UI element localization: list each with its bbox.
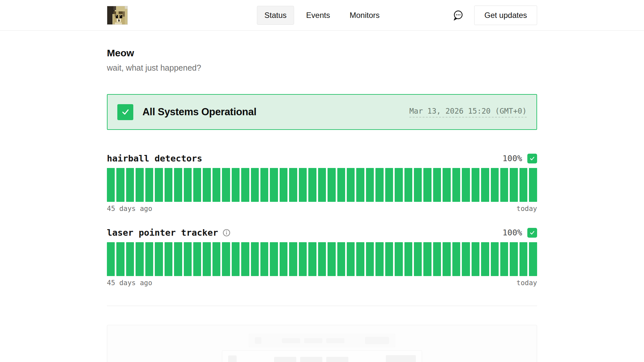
uptime-bar[interactable] [452,242,460,276]
uptime-bar[interactable] [299,242,307,276]
uptime-bar[interactable] [462,168,470,202]
uptime-bar[interactable] [222,168,230,202]
uptime-bar[interactable] [491,242,499,276]
uptime-bar[interactable] [375,242,383,276]
status-timestamp[interactable]: Mar 13, 2026 15:20 (GMT+0) [409,107,527,118]
uptime-bar[interactable] [270,242,278,276]
uptime-bar[interactable] [308,242,316,276]
uptime-bar[interactable] [529,168,537,202]
uptime-bar[interactable] [481,242,489,276]
uptime-bar[interactable] [404,168,412,202]
uptime-bar[interactable] [318,168,326,202]
uptime-bar[interactable] [280,168,287,202]
uptime-bar[interactable] [462,242,470,276]
uptime-bar[interactable] [145,242,153,276]
uptime-bar[interactable] [212,168,220,202]
uptime-bar[interactable] [241,242,249,276]
uptime-bar[interactable] [366,168,374,202]
uptime-bar[interactable] [136,242,143,276]
uptime-bar[interactable] [510,242,518,276]
uptime-bar[interactable] [375,168,383,202]
uptime-bar[interactable] [251,168,259,202]
tab-events[interactable]: Events [299,6,337,25]
uptime-bar[interactable] [423,168,431,202]
uptime-bar[interactable] [337,242,345,276]
uptime-bar[interactable] [260,168,268,202]
uptime-bar[interactable] [193,168,201,202]
uptime-bar[interactable] [520,168,527,202]
uptime-bar[interactable] [318,242,326,276]
uptime-bar[interactable] [500,242,508,276]
uptime-bar[interactable] [280,242,287,276]
uptime-bar[interactable] [165,242,172,276]
uptime-bar[interactable] [222,242,230,276]
uptime-bar[interactable] [107,242,115,276]
uptime-bar[interactable] [308,168,316,202]
uptime-bar[interactable] [299,168,307,202]
uptime-bar[interactable] [395,242,402,276]
uptime-bar[interactable] [520,242,527,276]
get-updates-button[interactable]: Get updates [474,6,537,25]
uptime-bar[interactable] [356,242,364,276]
uptime-bar[interactable] [404,242,412,276]
uptime-bar[interactable] [203,242,211,276]
uptime-bar[interactable] [184,168,192,202]
uptime-bar[interactable] [116,242,124,276]
skeleton-logo-blob [228,355,237,362]
uptime-bar[interactable] [356,168,364,202]
uptime-bar[interactable] [472,242,479,276]
uptime-bar[interactable] [452,168,460,202]
uptime-bar[interactable] [443,168,450,202]
tab-monitors[interactable]: Monitors [342,6,387,25]
uptime-bar[interactable] [251,242,259,276]
uptime-bar[interactable] [212,242,220,276]
uptime-bar[interactable] [193,242,201,276]
uptime-bar[interactable] [184,242,192,276]
tab-status[interactable]: Status [257,6,294,25]
uptime-bar[interactable] [385,168,393,202]
uptime-bar[interactable] [203,168,211,202]
site-logo[interactable] [107,6,128,25]
uptime-bar[interactable] [472,168,479,202]
uptime-bar[interactable] [165,168,172,202]
uptime-bar[interactable] [107,168,115,202]
uptime-bar[interactable] [155,168,163,202]
uptime-bar[interactable] [136,168,143,202]
uptime-bar[interactable] [328,242,335,276]
uptime-bar[interactable] [414,168,422,202]
uptime-bar[interactable] [145,168,153,202]
uptime-bar[interactable] [481,168,489,202]
uptime-bar[interactable] [347,168,355,202]
uptime-bar[interactable] [126,242,134,276]
uptime-bar[interactable] [116,168,124,202]
monitor-info-button[interactable] [223,229,230,237]
uptime-bar[interactable] [491,168,499,202]
uptime-bar[interactable] [433,242,441,276]
uptime-bar[interactable] [289,242,297,276]
uptime-bar[interactable] [337,168,345,202]
uptime-bar[interactable] [270,168,278,202]
uptime-bar[interactable] [500,168,508,202]
uptime-bar[interactable] [385,242,393,276]
uptime-bar[interactable] [232,242,240,276]
uptime-bar[interactable] [443,242,450,276]
uptime-bar[interactable] [174,168,182,202]
feedback-chat-button[interactable] [450,7,466,23]
uptime-bar[interactable] [423,242,431,276]
uptime-bar[interactable] [260,242,268,276]
uptime-bar[interactable] [366,242,374,276]
uptime-bar[interactable] [347,242,355,276]
uptime-bar[interactable] [126,168,134,202]
uptime-bar[interactable] [414,242,422,276]
uptime-bar[interactable] [174,242,182,276]
uptime-bar[interactable] [232,168,240,202]
uptime-bar[interactable] [433,168,441,202]
uptime-bar[interactable] [529,242,537,276]
uptime-bar[interactable] [510,168,518,202]
uptime-bar[interactable] [289,168,297,202]
uptime-bar[interactable] [395,168,402,202]
uptime-bar[interactable] [241,168,249,202]
speech-bubble-icon [451,9,464,22]
uptime-bar[interactable] [155,242,163,276]
uptime-bar[interactable] [328,168,335,202]
